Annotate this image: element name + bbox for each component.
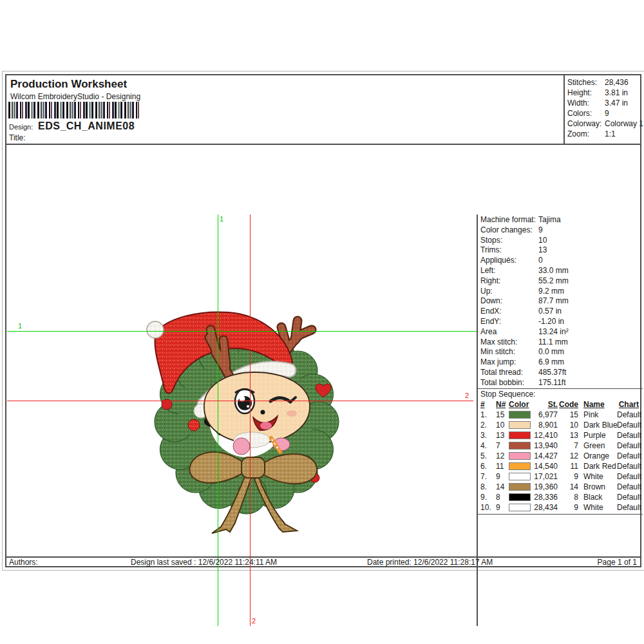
info-row: EndX: 0.57 in (478, 307, 643, 317)
stat-value: 1:1 (605, 129, 616, 139)
row-stitches: 13,940 (533, 440, 558, 451)
row-num: 5. (480, 451, 496, 461)
info-row: Left: 33.0 mm (478, 266, 643, 276)
info-row: Area 13.24 in² (478, 327, 643, 337)
col-name: Name (578, 399, 617, 410)
col-color: Color (509, 399, 533, 410)
hoop-line-horizontal-1 (7, 331, 478, 332)
row-stitches: 17,021 (533, 471, 558, 482)
table-row: 8. 14 19,360 14 Brown Default (478, 482, 643, 492)
table-row: 7. 9 17,021 9 White Default (478, 471, 643, 482)
hoop-mark-1-top: 1 (220, 216, 223, 223)
info-row: Right: 55.2 mm (478, 276, 643, 287)
info-label: Machine format: (480, 215, 536, 224)
info-label: Stops: (480, 236, 502, 245)
info-label: Up: (480, 287, 493, 296)
row-code: 12 (558, 451, 578, 461)
info-label: Left: (480, 266, 495, 275)
info-row: Up: 9.2 mm (478, 287, 643, 297)
row-chart: Default (617, 502, 644, 513)
row-color-name: Purple (578, 430, 617, 440)
stat-value: 3.81 in (605, 88, 628, 98)
row-stitches: 8,901 (533, 420, 558, 430)
row-code: 9 (558, 471, 578, 482)
color-swatch (509, 493, 531, 501)
row-needle: 13 (496, 430, 509, 440)
info-label: Max jump: (480, 357, 516, 366)
app-subtitle: Wilcom EmbroideryStudio - Designing (10, 92, 140, 101)
color-swatch (509, 452, 531, 460)
row-num: 8. (480, 482, 496, 492)
row-code: 14 (558, 482, 578, 492)
stat-label: Zoom: (567, 129, 605, 139)
row-num: 3. (480, 430, 496, 440)
row-num: 7. (480, 471, 496, 482)
info-value: 87.7 mm (538, 296, 569, 307)
header: Production Worksheet Wilcom EmbroiderySt… (6, 75, 640, 145)
row-color-name: Orange (578, 451, 617, 461)
design-label: Design: (9, 123, 33, 131)
footer: Authors: Design last saved : 12/6/2022 1… (6, 556, 640, 567)
info-value: 55.2 mm (538, 276, 569, 287)
page-number: Page 1 of 1 (598, 558, 637, 567)
row-needle: 8 (496, 492, 509, 502)
stats-row: Colorway: Colorway 1 (567, 118, 640, 129)
stop-sequence-title: Stop Sequence: (478, 389, 643, 399)
stat-value: 3.47 in (605, 98, 628, 108)
stats-row: Stitches: 28,436 (567, 77, 640, 88)
main-area: 1 2 1 2 Machine format: Tajima Color cha… (6, 145, 640, 556)
info-row: Machine format: Tajima (478, 215, 643, 225)
row-stitches: 6,977 (533, 410, 558, 420)
stat-label: Width: (567, 98, 605, 108)
col-num: # (480, 399, 496, 410)
table-row: 5. 12 14,427 12 Orange Default (478, 451, 643, 461)
row-needle: 7 (496, 440, 509, 451)
row-chart: Default (617, 492, 644, 502)
info-label: Trims: (480, 245, 502, 254)
row-num: 9. (480, 492, 496, 502)
table-row: 1. 15 6,977 15 Pink Default (478, 410, 643, 420)
info-value: Tajima (538, 215, 561, 225)
stat-label: Stitches: (567, 77, 605, 88)
machine-info: Machine format: Tajima Color changes: 9 … (478, 215, 643, 388)
color-swatch (509, 411, 531, 419)
row-stitches: 19,360 (533, 482, 558, 492)
row-needle: 10 (496, 420, 509, 430)
row-needle: 14 (496, 482, 509, 492)
stop-sequence: Stop Sequence: # N# Color St. Code Name … (478, 388, 643, 515)
row-stitches: 14,540 (533, 461, 558, 471)
design-canvas: 1 2 1 2 (6, 145, 478, 556)
info-row: EndY: -1.20 in (478, 317, 643, 327)
title-label: Title: (9, 133, 26, 142)
row-needle: 12 (496, 451, 509, 461)
row-color-name: White (578, 471, 617, 482)
row-num: 1. (480, 410, 496, 420)
row-stitches: 28,336 (533, 492, 558, 502)
date-printed-text: Date printed: 12/6/2022 11:28:17 AM (367, 558, 493, 567)
col-n: N# (496, 399, 509, 410)
row-chart: Default (617, 451, 644, 461)
design-stats-box: Stitches: 28,436 Height: 3.81 in Width: … (564, 75, 640, 144)
authors-label: Authors: (9, 558, 38, 567)
col-code: Code (558, 399, 578, 410)
stop-sequence-rows: 1. 15 6,977 15 Pink Default 2. 10 (478, 410, 643, 513)
stat-label: Colors: (567, 108, 605, 118)
row-needle: 9 (496, 471, 509, 482)
info-value: 485.37ft (538, 368, 566, 378)
table-row: 9. 8 28,336 8 Black Default (478, 492, 643, 502)
table-row: 4. 7 13,940 7 Green Default (478, 440, 643, 451)
hoop-mark-1-left: 1 (18, 323, 22, 330)
info-row: Total bobbin: 175.11ft (478, 378, 643, 388)
row-num: 4. (480, 440, 496, 451)
info-value: 9 (538, 225, 543, 236)
info-row: Stops: 10 (478, 236, 643, 246)
page-title: Production Worksheet (10, 78, 127, 91)
row-num: 2. (480, 420, 496, 430)
info-value: 13 (538, 245, 547, 256)
row-chart: Default (617, 482, 644, 492)
info-value: 0 (538, 256, 543, 266)
barcode (8, 102, 139, 118)
row-chart: Default (617, 440, 644, 451)
info-label: Appliqués: (480, 256, 516, 265)
row-color-name: Black (578, 492, 617, 502)
